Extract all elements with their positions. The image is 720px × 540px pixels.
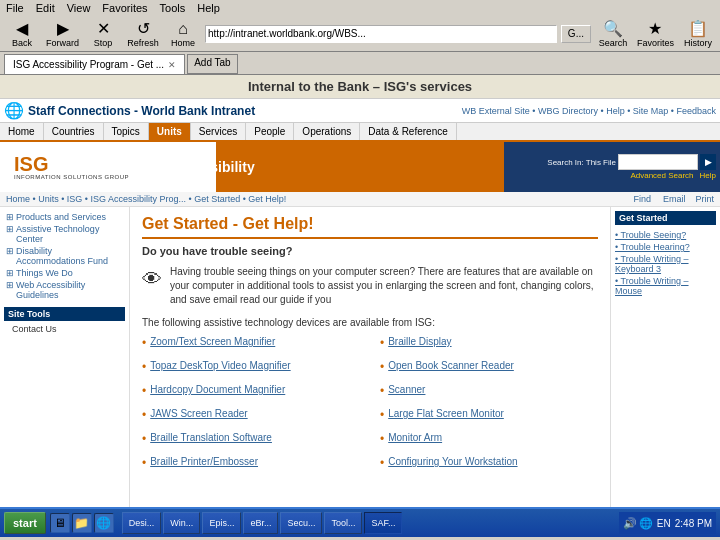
sidebar-item-products[interactable]: ⊞ Products and Services [4, 211, 125, 223]
taskbar-task-0[interactable]: Desi... [122, 512, 162, 534]
nav-bar: Home Countries Topics Units Services Peo… [0, 123, 720, 142]
nav-home[interactable]: Home [0, 123, 44, 140]
tool-link-monitor-arm[interactable]: Monitor Arm [388, 432, 442, 443]
isg-search-input[interactable] [618, 154, 698, 170]
nav-countries[interactable]: Countries [44, 123, 104, 140]
tools-intro: The following assistive technology devic… [142, 317, 598, 328]
menu-edit[interactable]: Edit [36, 2, 55, 14]
nav-operations[interactable]: Operations [294, 123, 360, 140]
nav-units[interactable]: Units [149, 123, 191, 140]
print-link[interactable]: Print [695, 194, 714, 204]
add-tab-button[interactable]: Add Tab [187, 54, 238, 74]
checkbox-icon-disability: ⊞ [6, 246, 14, 266]
right-sidebar-trouble-writing-mouse[interactable]: • Trouble Writing – Mouse [615, 275, 716, 297]
quick-launch-desktop[interactable]: 🖥 [50, 513, 70, 533]
tool-link-jaws[interactable]: JAWS Screen Reader [150, 408, 247, 419]
breadcrumb-links[interactable]: Home • Units • ISG • ISG Accessibility P… [6, 194, 286, 204]
menu-help[interactable]: Help [197, 2, 220, 14]
go-button[interactable]: G... [561, 25, 591, 43]
tool-link-large-monitor[interactable]: Large Flat Screen Monitor [388, 408, 504, 419]
tab-0[interactable]: ISG Accessibility Program - Get ... ✕ [4, 54, 185, 74]
right-sidebar-trouble-seeing[interactable]: • Trouble Seeing? [615, 229, 716, 241]
tool-link-hardcopy[interactable]: Hardcopy Document Magnifier [150, 384, 285, 395]
isg-full-name: INFORMATION SOLUTIONS GROUP [14, 174, 129, 180]
forward-button[interactable]: ▶ Forward [44, 18, 81, 49]
stop-button[interactable]: ✕ Stop [85, 18, 121, 49]
isg-search-button[interactable]: ▶ [700, 154, 716, 170]
taskbar-task-2[interactable]: Epis... [202, 512, 241, 534]
quick-launch-folder[interactable]: 📁 [72, 513, 92, 533]
menu-view[interactable]: View [67, 2, 91, 14]
right-sidebar-trouble-writing-kb[interactable]: • Trouble Writing – Keyboard 3 [615, 253, 716, 275]
volume-icon[interactable]: 🔊 [623, 517, 637, 530]
tool-item-topaz: • Topaz DeskTop Video Magnifier [142, 360, 360, 374]
tab-close-icon[interactable]: ✕ [168, 60, 176, 70]
quick-launch: 🖥 📁 🌐 [50, 513, 114, 533]
email-link[interactable]: Email [663, 194, 686, 204]
help-question: Do you have trouble seeing? [142, 245, 598, 257]
sidebar-item-disability[interactable]: ⊞ Disability Accommodations Fund [4, 245, 125, 267]
taskbar-task-4[interactable]: Secu... [280, 512, 322, 534]
history-button[interactable]: 📋 History [680, 18, 716, 49]
intranet-header-links[interactable]: WB External Site • WBG Directory • Help … [462, 106, 716, 116]
nav-people[interactable]: People [246, 123, 294, 140]
tool-link-scanner[interactable]: Scanner [388, 384, 425, 395]
tool-link-braille-disp[interactable]: Braille Display [388, 336, 451, 347]
tool-item-jaws: • JAWS Screen Reader [142, 408, 360, 422]
start-button[interactable]: start [4, 512, 46, 534]
tool-link-zoom[interactable]: Zoom/Text Screen Magnifier [150, 336, 275, 347]
sidebar-label-things: Things We Do [16, 268, 73, 278]
tool-link-braille-trans[interactable]: Braille Translation Software [150, 432, 272, 443]
right-sidebar-trouble-hearing[interactable]: • Trouble Hearing? [615, 241, 716, 253]
home-button[interactable]: ⌂ Home [165, 19, 201, 49]
site-tools-title: Site Tools [4, 307, 125, 321]
bullet-braille-printer: • [142, 456, 146, 470]
tool-link-topaz[interactable]: Topaz DeskTop Video Magnifier [150, 360, 290, 371]
sidebar-item-web[interactable]: ⊞ Web Accessibility Guidelines [4, 279, 125, 301]
search-button[interactable]: 🔍 Search [595, 18, 631, 49]
taskbar-task-1[interactable]: Win... [163, 512, 200, 534]
menu-tools[interactable]: Tools [160, 2, 186, 14]
taskbar-task-3[interactable]: eBr... [243, 512, 278, 534]
home-icon: ⌂ [178, 20, 188, 38]
page-title: Get Started - Get Help! [142, 215, 598, 239]
sidebar-item-things[interactable]: ⊞ Things We Do [4, 267, 125, 279]
left-sidebar: ⊞ Products and Services ⊞ Assistive Tech… [0, 207, 130, 507]
language-selector[interactable]: EN [655, 518, 673, 529]
menu-bar: File Edit View Favorites Tools Help [0, 0, 720, 16]
nav-services[interactable]: Services [191, 123, 246, 140]
tools-col-1: • Zoom/Text Screen Magnifier • Topaz Des… [142, 336, 360, 480]
search-help-link[interactable]: Help [700, 171, 716, 180]
find-label[interactable]: Find [633, 194, 651, 204]
quick-launch-browser[interactable]: 🌐 [94, 513, 114, 533]
refresh-button[interactable]: ↺ Refresh [125, 18, 161, 49]
bullet-monitor-arm: • [380, 432, 384, 446]
checkbox-icon-things: ⊞ [6, 268, 14, 278]
nav-data-reference[interactable]: Data & Reference [360, 123, 457, 140]
address-input[interactable] [205, 25, 557, 43]
eye-icon: 👁 [142, 265, 162, 307]
menu-favorites[interactable]: Favorites [102, 2, 147, 14]
nav-topics[interactable]: Topics [104, 123, 149, 140]
favorites-button[interactable]: ★ Favorites [635, 18, 676, 49]
tool-link-configure[interactable]: Configuring Your Workstation [388, 456, 517, 467]
right-sidebar-title: Get Started [615, 211, 716, 225]
tool-item-braille-disp: • Braille Display [380, 336, 598, 350]
sidebar-label-web: Web Accessibility Guidelines [16, 280, 123, 300]
back-button[interactable]: ◀ Back [4, 18, 40, 49]
advanced-search-link[interactable]: Advanced Search [630, 171, 693, 180]
tool-link-openbook[interactable]: Open Book Scanner Reader [388, 360, 514, 371]
bullet-braille-disp: • [380, 336, 384, 350]
sidebar-contact-us[interactable]: Contact Us [4, 323, 125, 335]
breadcrumb-actions: Find Email Print [633, 194, 714, 204]
network-icon[interactable]: 🌐 [639, 517, 653, 530]
forward-icon: ▶ [57, 19, 69, 38]
search-in-option: This File [586, 158, 616, 167]
taskbar-task-5[interactable]: Tool... [324, 512, 362, 534]
taskbar-tasks: Desi... Win... Epis... eBr... Secu... To… [122, 512, 611, 534]
tool-link-braille-printer[interactable]: Braille Printer/Embosser [150, 456, 258, 467]
sidebar-item-assistive[interactable]: ⊞ Assistive Technology Center [4, 223, 125, 245]
taskbar-task-6[interactable]: SAF... [364, 512, 402, 534]
menu-file[interactable]: File [6, 2, 24, 14]
search-in-label: Search In: [547, 158, 583, 167]
